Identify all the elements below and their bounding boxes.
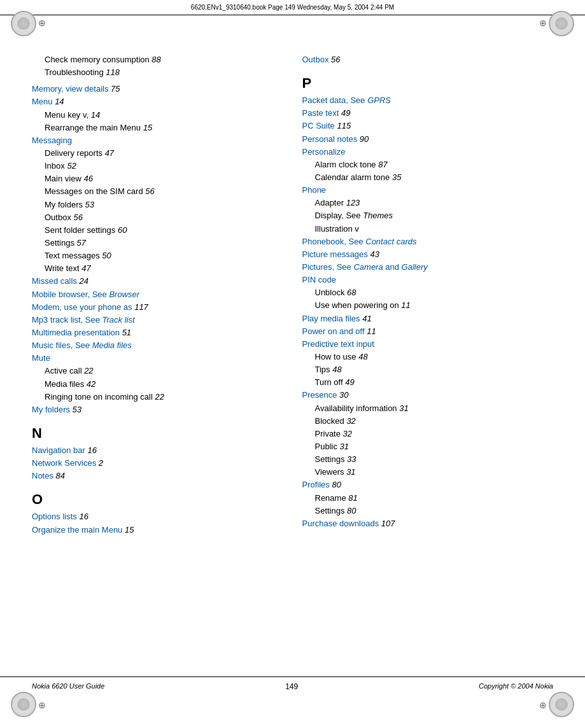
list-item: Paste text 49 [302, 107, 554, 120]
entry-num: 50 [102, 251, 111, 260]
entry-num: 88 [152, 55, 160, 64]
entry-num: 53 [85, 200, 94, 209]
corner-decoration-tl [8, 8, 39, 39]
entry-link: Multimedia presentation [32, 328, 122, 337]
list-item: Alarm clock tone 87 [302, 158, 554, 171]
entry-link: Purchase downloads [302, 519, 381, 528]
entry-num: 32 [343, 429, 352, 438]
entry-text: Text messages [45, 251, 102, 260]
list-item: Unblock 68 [302, 286, 554, 299]
entry-link: Mobile browser, See [32, 290, 109, 299]
entry-num: 48 [358, 352, 367, 361]
entry-text: Turn off [315, 377, 346, 387]
entry-link: Play media files [302, 314, 363, 323]
entry-link: Navigation bar [32, 445, 87, 455]
entry-num: 51 [122, 328, 131, 337]
entry-link: Organize the main Menu [32, 525, 125, 535]
list-item: Sent folder settings 60 [32, 224, 283, 237]
entry-text: How to use [315, 352, 359, 361]
footer-left-text: Nokia 6620 User Guide [32, 682, 104, 691]
list-item: How to use 48 [302, 351, 554, 363]
list-item: Options lists 16 [32, 510, 283, 523]
entry-text: Viewers [315, 467, 347, 477]
entry-num: 31 [346, 467, 355, 477]
list-item: Settings 80 [302, 505, 554, 517]
entry-text: Settings [45, 238, 77, 248]
list-item: Main view 46 [32, 172, 283, 185]
entry-text: Public [315, 442, 340, 451]
entry-num: 41 [362, 314, 371, 323]
list-item: Mute [32, 352, 283, 365]
list-item: Purchase downloads 107 [302, 517, 554, 530]
index-section-n: N Navigation bar 16 Network Services 2 N… [32, 425, 283, 482]
entry-link: Outbox [302, 55, 332, 64]
entry-link: Modem, use your phone as [32, 302, 134, 312]
entry-num: 90 [360, 134, 369, 144]
entry-num: 11 [401, 300, 410, 310]
list-item: Illustration v [302, 223, 554, 235]
page-footer: Nokia 6620 User Guide 149 Copyright © 20… [0, 676, 585, 696]
entry-link: Picture messages [302, 249, 370, 259]
list-item: My folders 53 [32, 199, 283, 211]
entry-text: Menu key v, [45, 110, 91, 120]
entry-text: Messages on the SIM card [45, 186, 145, 196]
entry-see: Contact cards [365, 237, 416, 246]
list-item: Network Services 2 [32, 457, 283, 470]
compass-tr [549, 11, 574, 36]
entry-link: Profiles [302, 480, 332, 489]
entry-num: 123 [346, 198, 360, 207]
compass-inner-bl [17, 698, 30, 711]
list-item: Organize the main Menu 15 [32, 524, 283, 536]
header-text: 6620.ENv1_9310640.book Page 149 Wednesda… [191, 4, 394, 11]
list-item: Rename 81 [302, 492, 554, 505]
entry-num: 43 [370, 249, 379, 259]
list-item: Inbox 52 [32, 160, 283, 172]
crosshair-top-left: ⊕ [38, 18, 46, 28]
list-item: Troubleshooting 118 [32, 66, 283, 79]
page-header: 6620.ENv1_9310640.book Page 149 Wednesda… [0, 0, 585, 15]
crosshair-bottom-right: ⊕ [539, 700, 547, 710]
entry-link: Presence [302, 390, 340, 400]
list-item: Settings 57 [32, 237, 283, 249]
entry-see: Themes [363, 211, 393, 220]
entry-link: Memory, view details [32, 84, 111, 94]
list-item: Private 32 [302, 428, 554, 440]
entry-link: Power on and off [302, 326, 367, 336]
entry-text: Availability information [315, 403, 400, 413]
list-item: Mobile browser, See Browser [32, 288, 283, 301]
entry-link: Music files, See [32, 340, 92, 350]
index-section-continuation: Check memory consumption 88 Troubleshoot… [32, 53, 283, 79]
list-item: Personal notes 90 [302, 133, 554, 146]
entry-text: My folders [45, 200, 85, 209]
entry-link: Network Services [32, 458, 99, 468]
footer-page-number: 149 [285, 682, 298, 691]
entry-text: Main view [45, 174, 83, 183]
entry-num: 48 [332, 365, 341, 374]
section-letter-n: N [32, 425, 283, 442]
compass-tl [11, 11, 36, 36]
list-item: Calendar alarm tone 35 [302, 171, 554, 184]
entry-text: Blocked [315, 416, 347, 426]
entry-num: 22 [84, 366, 93, 375]
entry-num: 87 [378, 160, 387, 169]
list-item: Adapter 123 [302, 197, 554, 209]
list-item: Media files 42 [32, 378, 283, 391]
entry-link: Predictive text input [302, 339, 374, 349]
entry-text: Ringing tone on incoming call [45, 392, 155, 402]
entry-link: Phonebook, See [302, 237, 366, 246]
entry-link: Menu [32, 97, 55, 106]
list-item: Display, See Themes [302, 209, 554, 222]
entry-link: Paste text [302, 108, 341, 118]
entry-num: 30 [339, 390, 348, 400]
list-item: Write text 47 [32, 262, 283, 275]
list-item: Tips 48 [302, 363, 554, 376]
list-item: Multimedia presentation 51 [32, 326, 283, 339]
entry-num: 33 [347, 454, 356, 464]
entry-text: Display, See [315, 211, 363, 220]
entry-text: Rename [315, 493, 349, 503]
entry-text: Settings [315, 506, 348, 515]
entry-text: Outbox [45, 213, 74, 222]
entry-num: 32 [346, 416, 355, 426]
entry-text: Sent folder settings [45, 225, 118, 235]
entry-num: 2 [99, 458, 103, 468]
